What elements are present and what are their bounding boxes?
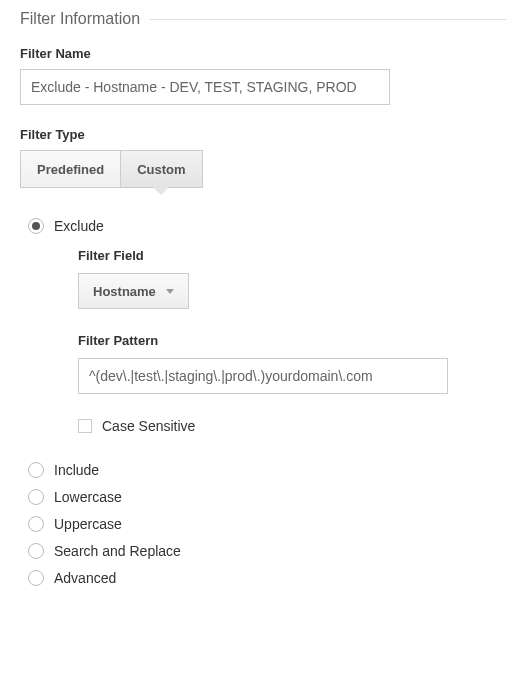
radio-uppercase[interactable] [28,516,44,532]
radio-row-exclude[interactable]: Exclude [28,218,506,234]
tab-custom-label: Custom [137,162,185,177]
radio-exclude-label: Exclude [54,218,104,234]
radio-search-replace-label: Search and Replace [54,543,181,559]
tab-custom[interactable]: Custom [121,150,202,188]
case-sensitive-row[interactable]: Case Sensitive [78,418,506,434]
radio-lowercase[interactable] [28,489,44,505]
section-title: Filter Information [20,10,140,28]
radio-row-include[interactable]: Include [28,462,506,478]
filter-field-value: Hostname [93,284,156,299]
tab-predefined[interactable]: Predefined [20,150,121,188]
filter-type-block: Filter Type Predefined Custom [20,127,506,188]
radio-include[interactable] [28,462,44,478]
radio-exclude[interactable] [28,218,44,234]
radio-row-search-replace[interactable]: Search and Replace [28,543,506,559]
filter-pattern-input[interactable] [78,358,448,394]
filter-field-dropdown[interactable]: Hostname [78,273,189,309]
filter-pattern-label: Filter Pattern [78,333,506,348]
case-sensitive-label: Case Sensitive [102,418,195,434]
filter-name-block: Filter Name [20,46,506,105]
filter-field-block: Filter Field Hostname [78,248,506,309]
radio-include-label: Include [54,462,99,478]
radio-uppercase-label: Uppercase [54,516,122,532]
radio-search-replace[interactable] [28,543,44,559]
filter-type-tabs: Predefined Custom [20,150,506,188]
filter-name-label: Filter Name [20,46,506,61]
radio-advanced[interactable] [28,570,44,586]
filter-type-label: Filter Type [20,127,506,142]
section-header: Filter Information [20,10,506,28]
radio-row-advanced[interactable]: Advanced [28,570,506,586]
radio-lowercase-label: Lowercase [54,489,122,505]
radio-row-lowercase[interactable]: Lowercase [28,489,506,505]
tab-predefined-label: Predefined [37,162,104,177]
exclude-subform: Filter Field Hostname Filter Pattern Cas… [78,248,506,434]
chevron-down-icon [166,289,174,294]
section-divider [150,19,506,20]
radio-row-uppercase[interactable]: Uppercase [28,516,506,532]
filter-name-input[interactable] [20,69,390,105]
filter-field-label: Filter Field [78,248,506,263]
custom-filter-radio-group: Exclude Filter Field Hostname Filter Pat… [28,218,506,586]
filter-pattern-block: Filter Pattern [78,333,506,394]
case-sensitive-checkbox[interactable] [78,419,92,433]
radio-advanced-label: Advanced [54,570,116,586]
